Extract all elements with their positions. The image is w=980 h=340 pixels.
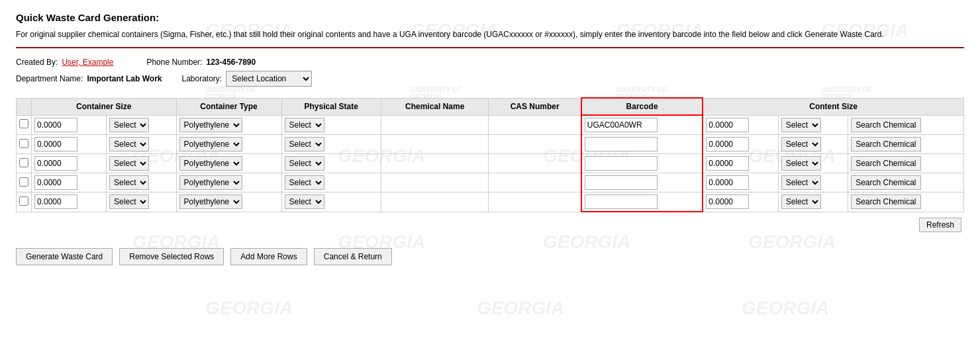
search-chemical-cell: Search Chemical [848,154,964,173]
container-size-unit-cell: SelectmLLgkglbs [107,154,176,173]
container-size-unit-select[interactable]: SelectmLLgkglbs [109,194,149,209]
container-size-input[interactable] [34,137,77,151]
physical-state-cell: SelectSolidLiquidGas [281,192,381,212]
row-checkbox[interactable] [19,139,28,148]
content-size-cell [703,173,778,192]
barcode-input[interactable] [585,137,658,151]
content-size-input[interactable] [706,175,749,190]
physical-state-cell: SelectSolidLiquidGas [281,135,381,154]
page-content: Quick Waste Card Generation: For origina… [0,0,980,272]
content-size-unit-select[interactable]: SelectmLLgkglbs [781,175,821,190]
cas-number-cell [489,135,581,154]
row-checkbox[interactable] [19,119,28,128]
container-type-cell: PolyethyleneGlassMetalPlastic [176,154,281,173]
container-type-select[interactable]: PolyethyleneGlassMetalPlastic [179,118,242,132]
physical-state-select[interactable]: SelectSolidLiquidGas [285,156,324,171]
phone-item: Phone Number: 123-456-7890 [146,58,256,67]
barcode-input[interactable] [585,194,658,209]
content-size-input[interactable] [706,194,749,209]
th-content-size: Content Size [703,98,963,115]
container-size-unit-select[interactable]: SelectmLLgkglbs [109,137,149,151]
container-size-unit-select[interactable]: SelectmLLgkglbs [109,156,149,171]
lab-item: Laboratory: Select Location Lab A Lab B … [182,71,313,87]
content-size-unit-select[interactable]: SelectmLLgkglbs [781,118,821,132]
content-size-unit-cell: SelectmLLgkglbs [778,154,848,173]
container-size-input[interactable] [34,156,77,171]
search-chemical-button[interactable]: Search Chemical [851,118,920,132]
row-checkbox[interactable] [19,196,28,206]
content-size-unit-cell: SelectmLLgkglbs [778,115,848,135]
th-physical-state: Physical State [281,98,381,115]
table-row: SelectmLLgkglbsPolyethyleneGlassMetalPla… [17,135,964,154]
row-checkbox[interactable] [19,177,28,187]
search-chemical-button[interactable]: Search Chemical [851,175,920,190]
physical-state-select[interactable]: SelectSolidLiquidGas [285,118,324,132]
physical-state-select[interactable]: SelectSolidLiquidGas [285,137,324,151]
row-checkbox-cell [17,135,32,154]
physical-state-select[interactable]: SelectSolidLiquidGas [285,175,324,190]
chemical-name-cell [381,173,489,192]
content-size-unit-cell: SelectmLLgkglbs [778,192,848,212]
watermark-georgia-14: GEORGIA [477,298,564,319]
barcode-cell [581,192,703,212]
content-size-unit-select[interactable]: SelectmLLgkglbs [781,156,821,171]
table-area: Container Size Container Type Physical S… [16,97,964,232]
th-chemical-name: Chemical Name [381,98,489,115]
created-by-link[interactable]: User, Example [62,58,113,67]
container-type-select[interactable]: PolyethyleneGlassMetalPlastic [179,156,242,171]
physical-state-select[interactable]: SelectSolidLiquidGas [285,194,324,209]
content-size-input[interactable] [706,156,749,171]
add-more-rows-button[interactable]: Add More Rows [230,248,307,265]
remove-selected-rows-button[interactable]: Remove Selected Rows [119,248,224,265]
container-size-input[interactable] [34,118,77,132]
cancel-return-button[interactable]: Cancel & Return [314,248,392,265]
chemical-name-cell [381,135,489,154]
container-type-select[interactable]: PolyethyleneGlassMetalPlastic [179,137,242,151]
barcode-cell [581,154,703,173]
container-size-cell [32,173,107,192]
content-size-input[interactable] [706,118,749,132]
dept-label: Department Name: [16,74,83,83]
container-size-unit-cell: SelectmLLgkglbs [107,192,176,212]
main-table: Container Size Container Type Physical S… [16,97,964,212]
content-size-input[interactable] [706,137,749,151]
search-chemical-button[interactable]: Search Chemical [851,137,920,151]
container-size-unit-select[interactable]: SelectmLLgkglbs [109,118,149,132]
content-size-unit-select[interactable]: SelectmLLgkglbs [781,137,821,151]
barcode-input[interactable] [585,118,658,132]
bottom-buttons: Generate Waste Card Remove Selected Rows… [16,248,964,265]
container-type-select[interactable]: PolyethyleneGlassMetalPlastic [179,194,242,209]
container-type-cell: PolyethyleneGlassMetalPlastic [176,115,281,135]
page-description: For original supplier chemical container… [16,28,964,40]
phone-value: 123-456-7890 [206,58,256,67]
barcode-cell [581,135,703,154]
container-size-cell [32,192,107,212]
search-chemical-cell: Search Chemical [848,173,964,192]
meta-row-1: Created By: User, Example Phone Number: … [16,58,964,67]
container-type-cell: PolyethyleneGlassMetalPlastic [176,192,281,212]
table-row: SelectmLLgkglbsPolyethyleneGlassMetalPla… [17,115,964,135]
barcode-cell [581,115,703,135]
refresh-button[interactable]: Refresh [919,218,961,232]
row-checkbox[interactable] [19,158,28,167]
search-chemical-button[interactable]: Search Chemical [851,156,920,171]
generate-waste-card-button[interactable]: Generate Waste Card [16,248,113,265]
content-size-cell [703,135,778,154]
table-row: SelectmLLgkglbsPolyethyleneGlassMetalPla… [17,154,964,173]
th-barcode: Barcode [581,98,703,115]
container-size-input[interactable] [34,194,77,209]
location-select[interactable]: Select Location Lab A Lab B Lab C [226,71,312,87]
container-size-unit-select[interactable]: SelectmLLgkglbs [109,175,149,190]
container-type-select[interactable]: PolyethyleneGlassMetalPlastic [179,175,242,190]
row-checkbox-cell [17,192,32,212]
search-chemical-button[interactable]: Search Chemical [851,194,920,209]
barcode-input[interactable] [585,156,658,171]
created-by-label: Created By: [16,58,58,67]
content-size-unit-select[interactable]: SelectmLLgkglbs [781,194,821,209]
dept-item: Department Name: Important Lab Work [16,74,162,83]
barcode-input[interactable] [585,175,658,190]
container-size-cell [32,154,107,173]
content-size-cell [703,192,778,212]
container-size-unit-cell: SelectmLLgkglbs [107,115,176,135]
container-size-input[interactable] [34,175,77,190]
